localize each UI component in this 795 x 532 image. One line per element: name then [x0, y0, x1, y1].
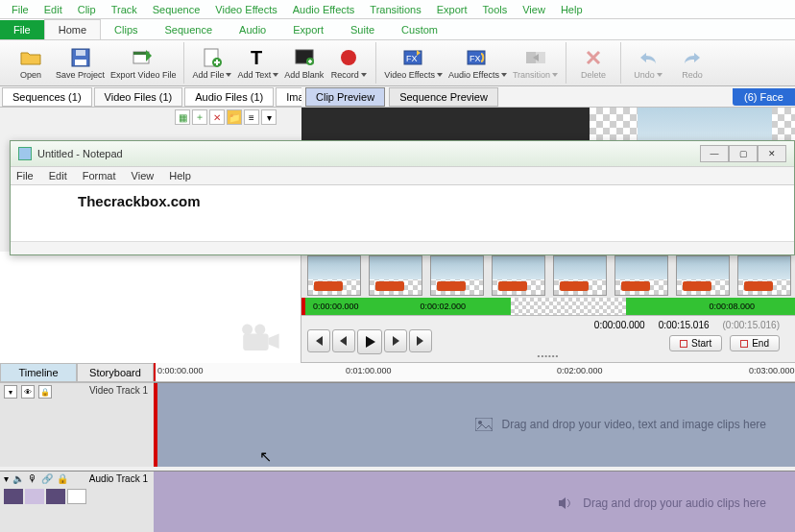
skip-start-button[interactable] — [307, 329, 330, 352]
ribbon-tab-custom[interactable]: Custom — [388, 20, 451, 39]
add-item-icon[interactable]: ＋ — [192, 109, 207, 125]
ribbon-tab-audio[interactable]: Audio — [226, 20, 279, 39]
window-maximize-button[interactable]: ▢ — [729, 145, 758, 162]
video-track-lane[interactable]: Drag and drop your video, text and image… — [154, 382, 795, 467]
menu-edit[interactable]: Edit — [36, 2, 70, 17]
ribbon-tab-suite[interactable]: Suite — [337, 20, 388, 39]
audio-track-lane[interactable]: Drag and drop your audio clips here — [154, 471, 795, 532]
undo-button[interactable]: Undo — [629, 47, 667, 80]
track-collapse-icon[interactable]: ▾ — [4, 385, 17, 399]
menu-track[interactable]: Track — [104, 2, 145, 17]
thumb-7[interactable] — [676, 255, 730, 296]
menu-tools[interactable]: Tools — [475, 2, 516, 17]
remove-icon[interactable]: ✕ — [209, 109, 225, 125]
thumb-3[interactable] — [430, 255, 484, 296]
step-forward-button[interactable] — [384, 329, 407, 352]
atrack-solo-icon[interactable]: 🎙 — [28, 473, 37, 484]
mark-start-button[interactable]: Start — [669, 335, 722, 351]
audio-effects-button[interactable]: FX Audio Effects — [448, 47, 507, 80]
add-text-button[interactable]: T Add Text — [237, 47, 278, 80]
timeline-view-tabs: Timeline Storyboard — [0, 363, 154, 382]
start-marker-icon — [680, 340, 687, 348]
timeline-ruler[interactable]: 0:00:00.000 0:01:00.000 0:02:00.000 0:03… — [154, 363, 795, 382]
preview-tabs: Clip Preview Sequence Preview (6) Face — [301, 86, 795, 108]
tab-sequence-preview[interactable]: Sequence Preview — [389, 87, 498, 107]
tab-timeline[interactable]: Timeline — [0, 363, 77, 382]
window-minimize-button[interactable]: — — [700, 145, 729, 162]
open-button[interactable]: Open — [12, 47, 50, 80]
add-clip-icon[interactable]: ▦ — [175, 109, 190, 125]
atrack-link-icon[interactable]: 🔗 — [41, 473, 53, 484]
ribbon-tab-export[interactable]: Export — [279, 20, 337, 39]
track-visible-icon[interactable]: 👁 — [21, 385, 35, 399]
video-effects-button[interactable]: FX Video Effects — [384, 47, 443, 80]
menu-sequence[interactable]: Sequence — [145, 2, 208, 17]
thumb-6[interactable] — [614, 255, 668, 296]
record-label: Record — [331, 70, 367, 80]
new-folder-icon[interactable]: 📁 — [227, 109, 242, 125]
np-menu-view[interactable]: View — [132, 170, 155, 181]
np-menu-format[interactable]: Format — [83, 170, 116, 181]
thumb-5[interactable] — [553, 255, 607, 296]
redo-button[interactable]: Redo — [673, 47, 711, 80]
thumb-1[interactable] — [307, 255, 361, 296]
menu-audio-effects[interactable]: Audio Effects — [285, 2, 363, 17]
play-button[interactable] — [357, 329, 382, 354]
tab-storyboard[interactable]: Storyboard — [77, 363, 154, 382]
np-menu-edit[interactable]: Edit — [49, 170, 67, 181]
folder-open-icon — [20, 47, 41, 68]
right-pill[interactable]: (6) Face — [733, 88, 795, 106]
save-project-button[interactable]: Save Project — [56, 47, 105, 80]
atrack-collapse-icon[interactable]: ▾ — [4, 473, 9, 484]
playhead-marker[interactable] — [154, 363, 156, 381]
menu-clip[interactable]: Clip — [70, 2, 104, 17]
atrack-lock-icon[interactable]: 🔒 — [57, 473, 68, 484]
notepad-menubar: File Edit Format View Help — [11, 166, 794, 185]
track-lock-icon[interactable]: 🔒 — [38, 385, 52, 399]
sequence-time-bar[interactable]: 0:00:00.000 0:00:02.000 0:00:08.000 — [301, 298, 795, 315]
tab-audio-files[interactable]: Audio Files (1) — [184, 87, 274, 107]
list-view-icon[interactable]: ≡ — [244, 109, 259, 125]
window-close-button[interactable]: ✕ — [758, 145, 786, 162]
tab-sequences[interactable]: Sequences (1) — [2, 87, 92, 107]
ribbon-tab-clips[interactable]: Clips — [101, 20, 151, 39]
mark-end-button[interactable]: End — [730, 335, 780, 351]
ribbon-tab-home[interactable]: Home — [44, 19, 101, 39]
video-playhead[interactable] — [154, 383, 157, 467]
tc-position: 0:00:15.016 — [659, 320, 710, 330]
np-menu-file[interactable]: File — [16, 170, 34, 181]
thumb-8[interactable] — [737, 255, 791, 296]
notepad-window[interactable]: Untitled - Notepad — ▢ ✕ File Edit Forma… — [10, 140, 795, 255]
menu-help[interactable]: Help — [553, 2, 590, 17]
thumb-4[interactable] — [492, 255, 545, 296]
atrack-mute-icon[interactable]: 🔈 — [12, 473, 24, 484]
notepad-titlebar[interactable]: Untitled - Notepad — ▢ ✕ — [11, 141, 794, 166]
delete-label: Delete — [581, 70, 606, 80]
tab-clip-preview[interactable]: Clip Preview — [305, 87, 385, 107]
export-video-button[interactable]: Export Video File — [110, 47, 176, 80]
menu-export[interactable]: Export — [429, 2, 475, 17]
menu-transitions[interactable]: Transitions — [362, 2, 428, 17]
delete-icon — [583, 47, 604, 68]
step-back-button[interactable] — [332, 329, 355, 352]
menu-file[interactable]: File — [4, 2, 36, 17]
record-button[interactable]: Record — [329, 47, 368, 80]
options-icon[interactable]: ▾ — [261, 109, 277, 125]
ribbon-tab-sequence[interactable]: Sequence — [152, 20, 227, 39]
add-blank-button[interactable]: Add Blank — [284, 47, 324, 80]
notepad-text-area[interactable]: Thecrackbox.com — [11, 185, 794, 241]
add-file-button[interactable]: Add File — [192, 47, 231, 80]
tab-video-files[interactable]: Video Files (1) — [94, 87, 183, 107]
delete-button[interactable]: Delete — [574, 47, 613, 80]
vfx-label: Video Effects — [384, 70, 443, 80]
thumb-2[interactable] — [369, 255, 422, 296]
menu-video-effects[interactable]: Video Effects — [207, 2, 284, 17]
end-marker-icon — [740, 340, 748, 348]
ribbon-tab-file[interactable]: File — [0, 20, 44, 39]
resize-grip-icon[interactable]: •••••• — [538, 351, 560, 360]
skip-end-button[interactable] — [409, 329, 432, 352]
menu-view[interactable]: View — [515, 2, 553, 17]
transition-button[interactable]: Transition — [513, 47, 558, 80]
np-menu-help[interactable]: Help — [169, 170, 191, 181]
transition-icon — [525, 47, 546, 68]
